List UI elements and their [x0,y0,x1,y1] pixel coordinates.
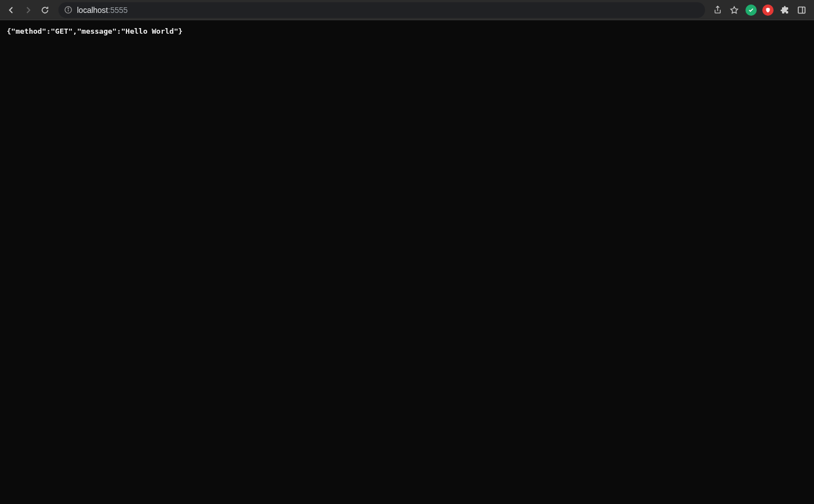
url-host: localhost [77,6,108,15]
extensions-button[interactable] [779,4,790,16]
url-display: localhost:5555 [77,5,128,15]
address-bar[interactable]: localhost:5555 [58,2,705,18]
back-icon [7,6,16,15]
forward-button[interactable] [22,4,34,16]
share-icon [713,6,722,14]
browser-toolbar: localhost:5555 [0,0,814,20]
svg-rect-3 [798,7,805,13]
toolbar-right [712,4,810,16]
forward-icon [24,6,33,15]
shield-icon [765,7,771,13]
side-panel-button[interactable] [796,4,807,16]
extension-red-icon[interactable] [762,4,774,16]
back-button[interactable] [6,4,17,16]
url-port: :5555 [108,6,128,15]
svg-point-2 [68,8,69,8]
panel-icon [797,6,806,15]
reload-button[interactable] [39,4,51,16]
extension-green-icon[interactable] [745,4,757,16]
reload-icon [40,6,49,15]
page-content: {"method":"GET","message":"Hello World"} [0,20,814,504]
share-button[interactable] [712,4,723,16]
bookmark-button[interactable] [729,4,740,16]
response-body: {"method":"GET","message":"Hello World"} [7,27,807,35]
site-info-button[interactable] [64,6,72,14]
star-icon [730,6,739,15]
checkmark-icon [748,7,754,13]
nav-buttons [4,4,52,16]
info-icon [64,6,72,14]
puzzle-icon [780,6,789,15]
